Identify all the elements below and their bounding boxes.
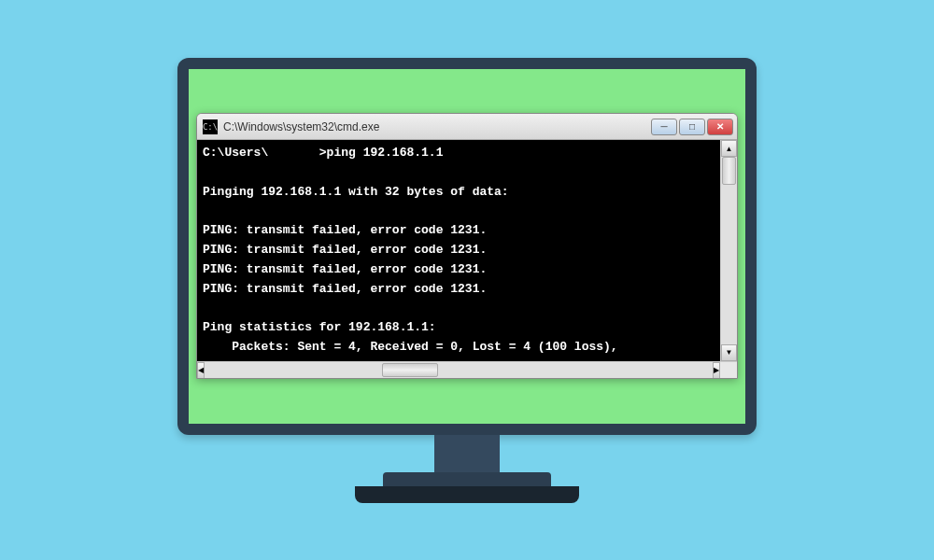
monitor-neck — [434, 435, 500, 472]
scroll-thumb-vertical[interactable] — [722, 157, 736, 185]
scroll-thumb-horizontal[interactable] — [382, 363, 438, 377]
scroll-left-button[interactable]: ◀ — [197, 362, 205, 379]
cmd-icon: C:\ — [203, 119, 218, 134]
scroll-corner — [720, 362, 737, 378]
window-title: C:\Windows\system32\cmd.exe — [223, 120, 651, 133]
cmd-window: C:\ C:\Windows\system32\cmd.exe ─ □ ✕ C:… — [196, 113, 738, 379]
scroll-right-button[interactable]: ▶ — [713, 362, 720, 379]
vertical-scrollbar[interactable]: ▲ ▼ — [720, 140, 737, 361]
scroll-track-vertical[interactable] — [721, 157, 737, 344]
window-controls: ─ □ ✕ — [651, 119, 733, 135]
scroll-up-button[interactable]: ▲ — [721, 140, 737, 157]
close-button[interactable]: ✕ — [707, 119, 733, 135]
maximize-button[interactable]: □ — [679, 119, 705, 135]
minimize-button[interactable]: ─ — [651, 119, 677, 135]
console-area: C:\Users\ >ping 192.168.1.1 Pinging 192.… — [197, 140, 737, 361]
scroll-down-button[interactable]: ▼ — [721, 344, 737, 361]
monitor-bezel: C:\ C:\Windows\system32\cmd.exe ─ □ ✕ C:… — [177, 58, 757, 435]
monitor-stand-base — [355, 486, 579, 503]
horizontal-scrollbar[interactable]: ◀ ▶ — [197, 361, 737, 378]
monitor-illustration: C:\ C:\Windows\system32\cmd.exe ─ □ ✕ C:… — [177, 58, 757, 503]
monitor-screen: C:\ C:\Windows\system32\cmd.exe ─ □ ✕ C:… — [189, 69, 745, 424]
titlebar[interactable]: C:\ C:\Windows\system32\cmd.exe ─ □ ✕ — [197, 114, 737, 140]
scroll-track-horizontal[interactable] — [205, 362, 713, 378]
monitor-stand-top — [383, 472, 551, 486]
console-output[interactable]: C:\Users\ >ping 192.168.1.1 Pinging 192.… — [197, 140, 720, 361]
